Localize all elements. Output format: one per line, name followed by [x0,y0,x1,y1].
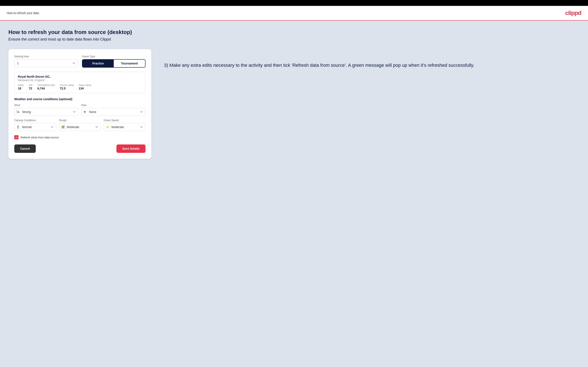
save-button[interactable]: Save Details [116,144,146,153]
holes-stat: Holes 18 [18,84,24,90]
refresh-checkbox-row: Refresh shots from data source [14,135,146,139]
logo: clippd [565,10,581,16]
fairway-select-wrapper: 🏌 Normal [14,123,56,131]
game-type-label: Game Type [82,55,146,58]
slope-rating-stat: Slope rating 134 [79,84,91,90]
par-label: Par [29,84,32,86]
wind-rain-row: Wind 🌬 Strong Rain ☀ None [14,104,146,116]
sidebar-description: 3) Make any extra edits necessary to the… [164,62,579,69]
par-stat: Par 72 [29,84,32,90]
page-subheading: Ensure the correct and most up to date d… [9,37,579,42]
wind-label: Wind [14,104,78,107]
course-stats: Holes 18 Par 72 Yards/White (M)) 6,744 C… [18,84,142,90]
rough-select-wrapper: 🌿 Moderate [59,123,101,131]
yards-label: Yards/White (M)) [37,84,55,86]
header-title: How to refresh your data [7,11,39,15]
page-heading: How to refresh your data from source (de… [9,29,579,35]
course-rating-label: Course rating [60,84,74,86]
slope-rating-value: 134 [79,87,91,90]
yards-value: 6,744 [37,87,55,90]
holes-label: Holes [18,84,24,86]
wind-select-wrapper: 🌬 Strong [14,108,78,116]
holes-value: 18 [18,87,24,90]
rough-label: Rough [59,119,101,122]
wind-group: Wind 🌬 Strong [14,104,78,116]
rain-group: Rain ☀ None [81,104,146,116]
wind-select[interactable]: Strong [14,108,78,116]
green-speed-select-wrapper: ⚡ Moderate [104,123,146,131]
rough-select[interactable]: Moderate [59,123,101,131]
starting-hole-label: Starting Hole [14,55,78,58]
cancel-button[interactable]: Cancel [14,144,36,153]
main-content: How to refresh your data from source (de… [0,21,588,367]
rain-select-wrapper: ☀ None [81,108,146,116]
fairway-rough-green-row: Fairway Conditions 🏌 Normal Rough 🌿 Mode… [14,119,146,131]
course-location: Westward Ho!, England [18,79,142,82]
green-speed-select[interactable]: Moderate [104,123,146,131]
practice-button[interactable]: Practice [82,60,114,67]
refresh-checkbox-label: Refresh shots from data source [21,136,59,139]
content-row: Starting Hole 1 Game Type Practice Tourn… [9,49,579,159]
course-rating-value: 72.5 [60,87,74,90]
green-speed-group: Green Speed ⚡ Moderate [104,119,146,131]
course-rating-stat: Course rating 72.5 [60,84,74,90]
sidebar-text: 3) Make any extra edits necessary to the… [164,49,579,69]
rain-select[interactable]: None [81,108,146,116]
game-type-group: Game Type Practice Tournament [82,55,146,68]
course-name: Royal North Devon GC, [18,75,142,78]
tournament-button[interactable]: Tournament [114,60,145,67]
button-row: Cancel Save Details [14,144,146,153]
refresh-checkbox[interactable] [14,135,18,139]
yards-stat: Yards/White (M)) 6,744 [37,84,55,90]
top-bar [0,0,588,6]
starting-hole-group: Starting Hole 1 [14,55,78,68]
green-speed-label: Green Speed [104,119,146,122]
rain-label: Rain [81,104,146,107]
starting-hole-select[interactable]: 1 [14,59,78,67]
weather-section-title: Weather and course conditions (optional) [14,97,146,101]
rough-group: Rough 🌿 Moderate [59,119,101,131]
course-info-box: Royal North Devon GC, Westward Ho!, Engl… [14,72,146,93]
fairway-group: Fairway Conditions 🏌 Normal [14,119,56,131]
fairway-label: Fairway Conditions [14,119,56,122]
starting-hole-gametype-row: Starting Hole 1 Game Type Practice Tourn… [14,55,146,68]
fairway-select[interactable]: Normal [14,123,56,131]
slope-rating-label: Slope rating [79,84,91,86]
par-value: 72 [29,87,32,90]
header: How to refresh your data clippd [0,6,588,21]
form-card: Starting Hole 1 Game Type Practice Tourn… [9,49,151,159]
game-type-toggle: Practice Tournament [82,59,146,68]
